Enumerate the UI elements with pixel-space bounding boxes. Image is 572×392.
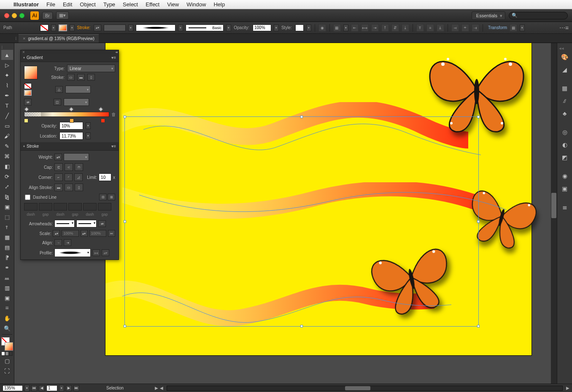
artboard-number-field[interactable]: 1 (46, 385, 57, 391)
fill-stroke-indicator[interactable] (1, 337, 13, 351)
opacity-field[interactable]: 100% (253, 24, 271, 31)
selection-tool[interactable]: ▲ (1, 50, 13, 60)
perspective-tool[interactable]: ⫯ (1, 222, 13, 232)
delete-stop-icon[interactable]: 🗑 (111, 112, 116, 117)
align-top-icon[interactable]: ⤒ (381, 24, 389, 32)
close-tab-icon[interactable]: × (23, 36, 25, 41)
align-to-icon[interactable]: ▦ (333, 24, 341, 32)
blend-tool[interactable]: ⚭ (1, 262, 13, 273)
menu-file[interactable]: File (46, 1, 55, 8)
recolor-artwork-icon[interactable]: ◉ (318, 24, 326, 32)
stroke-weight-field[interactable] (104, 24, 126, 31)
arrow-align-tip-icon[interactable]: → (54, 239, 62, 246)
aspect-ratio-field[interactable] (64, 98, 89, 106)
status-popup-arrow[interactable]: ▶ (155, 386, 158, 390)
stroke-label[interactable]: Stroke: (77, 25, 91, 30)
type-tool[interactable]: T (1, 100, 13, 111)
paintbrush-tool[interactable]: 🖌 (1, 131, 13, 141)
stroke-toggle-icon[interactable]: ♦ (23, 144, 25, 148)
hscroll-left-arrow[interactable]: ◀ (160, 386, 163, 390)
hscroll-right-arrow[interactable]: ▶ (566, 386, 569, 390)
next-artboard-button[interactable]: ▶ (66, 385, 72, 391)
stroke-dropdown[interactable]: ▾ (70, 24, 75, 31)
shape-builder-tool[interactable]: ⬚ (1, 212, 13, 222)
stroke-panel-menu-icon[interactable]: ▾≡ (111, 144, 116, 149)
arrange-documents-button[interactable]: ▦▾ (56, 11, 69, 19)
panel-collapse-icon[interactable]: ◂◂ (115, 50, 117, 54)
first-artboard-button[interactable]: ⏮ (31, 385, 37, 391)
minimize-window-button[interactable] (12, 13, 17, 18)
panel-toggle-icon[interactable]: ♦ (23, 56, 25, 59)
column-graph-tool[interactable]: ▥ (1, 283, 13, 293)
document-tab[interactable]: × gradient.ai @ 135% (RGB/Preview) (19, 34, 99, 43)
hand-tool[interactable]: ✋ (1, 313, 13, 323)
artboard-dd[interactable]: ▾ (59, 385, 64, 392)
stop-opacity-dd[interactable]: ▾ (86, 122, 91, 129)
opacity-label[interactable]: Opacity: (234, 25, 249, 30)
close-window-button[interactable] (4, 13, 9, 18)
line-tool[interactable]: ╱ (1, 111, 13, 121)
align-hcenter-icon[interactable]: ⟷ (361, 24, 369, 32)
color-guide-panel-icon[interactable]: ◢ (559, 64, 570, 75)
variable-width-profile[interactable] (136, 24, 175, 31)
grad-stroke-along-icon[interactable]: ▬ (77, 74, 85, 81)
align-left-icon[interactable]: ⇤ (351, 24, 359, 32)
style-label[interactable]: Style: (281, 25, 292, 30)
layers-panel-icon[interactable]: ≣ (559, 202, 570, 213)
scale-link-icon[interactable]: ⫘ (108, 230, 115, 237)
cap-butt-icon[interactable]: ⊏ (54, 163, 63, 171)
transform-panel-icon[interactable]: ▦ (510, 24, 517, 32)
zoom-tool[interactable]: 🔍 (1, 323, 13, 333)
corner-miter-icon[interactable]: ⌐ (54, 173, 63, 181)
fill-dropdown[interactable]: ▾ (51, 24, 56, 31)
symbol-sprayer-tool[interactable]: ⅏ (1, 273, 13, 283)
gradient-panel-header[interactable]: ♦ Gradient ▾≡ (21, 54, 119, 62)
dist-vcenter-icon[interactable]: ≡ (426, 24, 434, 32)
blob-brush-tool[interactable]: ⌘ (1, 151, 13, 161)
brushes-panel-icon[interactable]: ⫽ (559, 95, 570, 106)
brush-dd[interactable]: ▾ (226, 24, 231, 31)
last-artboard-button[interactable]: ⏭ (73, 385, 79, 391)
weight-field[interactable] (64, 153, 89, 161)
dist-bottom-icon[interactable]: ⫫ (437, 24, 444, 32)
eraser-tool[interactable]: ◧ (1, 161, 13, 171)
mesh-tool[interactable]: ▦ (1, 232, 13, 242)
brush-definition[interactable]: Basic (186, 24, 224, 31)
gradient-stop-1[interactable] (24, 119, 28, 123)
corner-round-icon[interactable]: ◜ (65, 173, 73, 181)
menu-effect[interactable]: Effect (146, 1, 159, 8)
gap-field-1[interactable] (39, 203, 52, 211)
corner-bevel-icon[interactable]: ◿ (74, 173, 83, 181)
stop-location-field[interactable]: 11.73% (59, 132, 83, 140)
dist-left-icon[interactable]: ⫤ (451, 24, 459, 32)
scale-start-field[interactable]: 100% (62, 230, 78, 237)
stroke-box[interactable] (5, 342, 13, 351)
pencil-tool[interactable]: ✎ (1, 141, 13, 151)
cap-round-icon[interactable]: ⊂ (65, 163, 73, 171)
color-panel-icon[interactable]: 🎨 (559, 51, 570, 62)
artboard-tool[interactable]: ▣ (1, 293, 13, 303)
profile-dd-arrow[interactable]: ▾ (178, 24, 183, 31)
fill-swatch[interactable] (40, 24, 49, 31)
arrowhead-start-dropdown[interactable] (54, 220, 75, 227)
lasso-tool[interactable]: ⌇ (1, 80, 13, 90)
horizontal-scrollbar[interactable] (167, 386, 563, 391)
slice-tool[interactable]: ⌗ (1, 303, 13, 313)
gradient-type-dropdown[interactable]: Linear (67, 65, 115, 72)
control-menu-icon[interactable]: ⋯≡ (559, 24, 569, 31)
arrowhead-end-dropdown[interactable] (76, 220, 97, 227)
scale-start-stepper[interactable]: ▴▾ (53, 230, 60, 237)
menu-object[interactable]: Object (80, 1, 96, 8)
dist-right-icon[interactable]: ⫣ (472, 24, 479, 32)
scale-end-stepper[interactable]: ▴▾ (81, 230, 88, 237)
align-bottom-icon[interactable]: ⤓ (402, 24, 409, 32)
grad-stroke-across-icon[interactable]: ▯ (87, 74, 95, 81)
gradient-angle-field[interactable] (65, 86, 91, 93)
gap-field-2[interactable] (68, 203, 82, 211)
search-field[interactable]: 🔍 (509, 12, 568, 19)
vertical-scroll-thumb[interactable] (551, 193, 556, 218)
panel-group-handle[interactable]: × ◂◂ (21, 50, 119, 54)
swap-arrowheads-icon[interactable]: ⇄ (98, 220, 106, 227)
stop-opacity-field[interactable]: 10% (59, 122, 83, 130)
opacity-dd[interactable]: ▾ (274, 24, 279, 31)
